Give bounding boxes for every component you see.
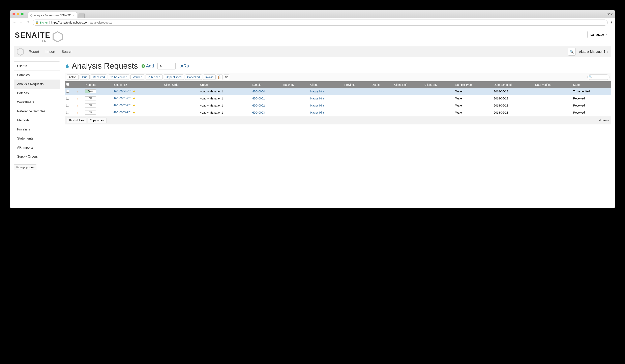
sidebar-item-reference-samples[interactable]: Reference Samples (14, 107, 60, 116)
date-sampled-cell: 2018-06-23 (493, 102, 534, 109)
column-header[interactable]: District (371, 81, 393, 88)
column-header[interactable] (65, 81, 76, 88)
forward-button[interactable]: → (19, 20, 24, 25)
sidebar-item-clients[interactable]: Clients (14, 61, 60, 71)
filter-active[interactable]: Active (67, 74, 79, 80)
sample-link[interactable]: H2O-0001 (252, 97, 265, 100)
row-checkbox[interactable] (66, 104, 69, 107)
secure-label: Sicher (40, 21, 48, 24)
svg-rect-8 (134, 112, 134, 113)
filter-bar: ActiveDueReceivedTo be verifiedVerifiedP… (65, 73, 611, 81)
logo-text: SENAITE (15, 31, 51, 39)
sidebar-item-analysis-requests[interactable]: Analysis Requests (14, 80, 60, 89)
column-header[interactable] (76, 81, 84, 88)
water-drop-icon (65, 64, 70, 68)
column-header[interactable]: Date Verified (534, 81, 572, 88)
sample-link[interactable]: H2O-0003 (252, 111, 265, 114)
request-id-link[interactable]: H2O-0004-R01 (113, 90, 132, 93)
add-count-input[interactable] (157, 63, 176, 69)
sample-link[interactable]: H2O-0004 (252, 90, 265, 93)
client-link[interactable]: Happy Hills (310, 97, 325, 100)
filter-unpublished[interactable]: Unpublished (164, 74, 184, 80)
language-dropdown[interactable]: Language ▼ (587, 31, 610, 38)
maximize-window-button[interactable] (21, 13, 24, 15)
sidebar-item-batches[interactable]: Batches (14, 89, 60, 98)
print-stickers-button[interactable]: Print stickers (67, 118, 86, 123)
browser-tab[interactable]: ◌ Analysis Requests — SENAITE ✕ (28, 12, 77, 18)
sidebar-item-methods[interactable]: Methods (14, 116, 60, 125)
search-button[interactable]: 🔍 (568, 48, 576, 56)
copy-to-new-button[interactable]: Copy to new (88, 118, 106, 123)
column-header[interactable]: Sample (250, 81, 282, 88)
client-link[interactable]: Happy Hills (310, 104, 325, 107)
delete-icon-button[interactable]: 🗑 (224, 74, 229, 80)
row-checkbox[interactable] (66, 90, 69, 92)
filter-verified[interactable]: Verified (130, 74, 144, 80)
browser-menu-button[interactable] (610, 21, 613, 24)
client-link[interactable]: Happy Hills (310, 111, 325, 114)
select-all-checkbox[interactable] (66, 83, 69, 86)
creator-cell: »Lab » Manager 1 (199, 95, 251, 102)
nav-hexagon-icon[interactable] (17, 48, 24, 56)
table-row: ↑0%H2O-0003-R01»Lab » Manager 1H2O-0003H… (65, 109, 611, 116)
filter-invalid[interactable]: Invalid (203, 74, 216, 80)
minimize-window-button[interactable] (17, 13, 19, 15)
column-header[interactable]: Client Order (163, 81, 199, 88)
sidebar-item-supply-orders[interactable]: Supply Orders (14, 152, 60, 161)
ars-link[interactable]: ARs (180, 63, 189, 69)
sample-link[interactable]: H2O-0002 (252, 104, 265, 107)
column-header[interactable]: State (572, 81, 611, 88)
column-header[interactable]: Batch ID (282, 81, 309, 88)
nav-import[interactable]: Import (45, 50, 55, 54)
filter-due[interactable]: Due (80, 74, 90, 80)
sidebar-item-samples[interactable]: Samples (14, 71, 60, 80)
client-link[interactable]: Happy Hills (310, 90, 325, 93)
reload-button[interactable]: ⟳ (26, 20, 31, 25)
user-menu-dropdown[interactable]: »Lab » Manager 1 ▼ (579, 50, 608, 54)
sidebar-item-statements[interactable]: Statements (14, 134, 60, 143)
url-input[interactable]: 🔒 Sicher | https://senaite.ridingbytes.c… (33, 20, 608, 26)
manage-portlets-button[interactable]: Manage portlets (14, 164, 37, 170)
column-header[interactable]: Request ID (112, 81, 163, 88)
request-id-link[interactable]: H2O-0003-R01 (113, 111, 132, 114)
browser-profile-label[interactable]: Gast (606, 12, 613, 16)
close-tab-icon[interactable]: ✕ (72, 14, 75, 17)
svg-rect-3 (134, 91, 134, 92)
progress-bar: 0% (85, 103, 96, 108)
svg-rect-7 (134, 106, 134, 106)
new-tab-button[interactable] (79, 13, 85, 18)
sidebar-item-pricelists[interactable]: Pricelists (14, 125, 60, 134)
column-header[interactable]: Client Ref (393, 81, 423, 88)
sidebar-item-worksheets[interactable]: Worksheets (14, 98, 60, 107)
progress-bar: 0% (85, 96, 96, 100)
site-logo[interactable]: SENAITE LIMS (15, 31, 62, 42)
back-button[interactable]: ← (12, 20, 17, 25)
column-header[interactable]: Date Sampled (493, 81, 534, 88)
filter-cancelled[interactable]: Cancelled (185, 74, 202, 80)
column-header[interactable]: Sample Type (454, 81, 493, 88)
sidebar-item-ar-imports[interactable]: AR Imports (14, 143, 60, 152)
column-header[interactable]: Province (343, 81, 371, 88)
filter-received[interactable]: Received (91, 74, 107, 80)
state-cell: To be verified (572, 88, 611, 95)
request-id-link[interactable]: H2O-0001-R01 (113, 97, 132, 100)
column-header[interactable]: Client SID (423, 81, 454, 88)
column-header[interactable]: Progress (84, 81, 112, 88)
priority-up-icon: ↑ (77, 90, 78, 93)
top-navigation: Report Import Search 🔍 »Lab » Manager 1 … (14, 46, 611, 57)
row-checkbox[interactable] (66, 111, 69, 114)
filter-search-input[interactable] (587, 74, 609, 80)
add-button[interactable]: + Add (142, 63, 154, 69)
column-header[interactable]: Creator (199, 81, 251, 88)
row-checkbox[interactable] (66, 97, 69, 100)
column-header[interactable]: Client (309, 81, 343, 88)
nav-search[interactable]: Search (62, 50, 72, 54)
state-cell: Received (572, 95, 611, 102)
nav-report[interactable]: Report (29, 50, 39, 54)
copy-icon-button[interactable]: 📋 (217, 74, 222, 80)
request-id-link[interactable]: H2O-0002-R01 (113, 104, 132, 107)
close-window-button[interactable] (12, 13, 15, 15)
filter-to-be-verified[interactable]: To be verified (108, 74, 129, 80)
tab-title: Analysis Requests — SENAITE (34, 14, 71, 17)
filter-published[interactable]: Published (146, 74, 162, 80)
